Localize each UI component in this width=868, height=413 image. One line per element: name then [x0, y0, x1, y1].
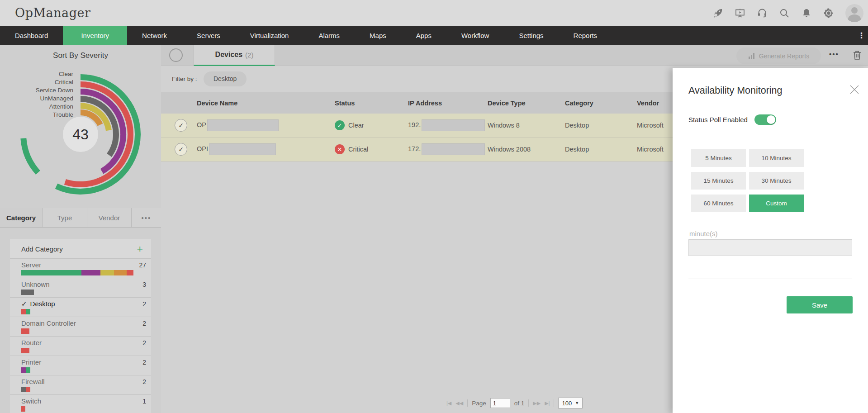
headset-icon[interactable] — [757, 8, 768, 19]
delete-icon[interactable] — [852, 50, 862, 61]
redaction-block — [422, 143, 485, 155]
col-status[interactable]: Status — [335, 100, 408, 107]
category-count: 27 — [139, 261, 146, 269]
page-size-dropdown[interactable]: 100 ▼ — [558, 398, 583, 408]
more-actions-icon[interactable]: ••• — [829, 50, 839, 58]
select-all-circle[interactable] — [169, 48, 183, 62]
nav-kebab-menu-icon[interactable]: ⋮ — [858, 26, 865, 45]
cell-ip: 192. — [408, 119, 488, 131]
interval-5-minutes-button[interactable]: 5 Minutes — [691, 149, 746, 167]
redaction-block — [207, 119, 279, 131]
tab-category[interactable]: Category — [0, 208, 43, 227]
prev-page-icon[interactable]: ◀◀ — [455, 400, 463, 406]
tab-vendor[interactable]: Vendor — [87, 208, 132, 227]
legend-service-down: Service Down — [0, 87, 73, 94]
app-logo: OpManager — [15, 0, 90, 26]
bell-icon[interactable] — [801, 8, 812, 19]
cell-device-name: OP — [197, 119, 335, 131]
cell-status: ✕Critical — [335, 144, 408, 154]
row-checkbox[interactable]: ✓ — [175, 143, 187, 156]
category-row-unknown[interactable]: Unknown3 — [10, 278, 151, 298]
nav-item-maps[interactable]: Maps — [355, 26, 401, 45]
cell-device-name: OPI — [197, 143, 335, 155]
sidebar: Sort By Severity 43 Clear Critical Servi… — [0, 45, 161, 413]
nav-item-inventory[interactable]: Inventory — [63, 26, 127, 45]
nav-item-settings[interactable]: Settings — [504, 26, 558, 45]
page-label: Page — [472, 400, 486, 407]
interval-30-minutes-button[interactable]: 30 Minutes — [749, 172, 804, 190]
category-name: Server — [21, 261, 41, 269]
custom-minutes-input[interactable] — [688, 239, 852, 256]
status-poll-toggle[interactable] — [754, 114, 776, 125]
divider — [554, 399, 554, 407]
minutes-input-label: minute(s) — [689, 230, 718, 237]
category-severity-bar — [21, 367, 30, 373]
interval-15-minutes-button[interactable]: 15 Minutes — [691, 172, 746, 190]
row-checkbox[interactable]: ✓ — [175, 119, 187, 132]
category-row-firewall[interactable]: Firewall2 — [10, 375, 151, 395]
col-device-name[interactable]: Device Name — [197, 100, 335, 107]
nav-item-reports[interactable]: Reports — [559, 26, 612, 45]
category-row-printer[interactable]: Printer2 — [10, 356, 151, 375]
presentation-icon[interactable] — [735, 8, 745, 19]
devices-tab-label: Devices — [215, 51, 243, 59]
page-size-value: 100 — [562, 400, 572, 407]
generate-reports-button[interactable]: Generate Reports — [736, 47, 821, 64]
category-count: 2 — [142, 378, 146, 385]
severity-widget-title: Sort By Severity — [0, 51, 161, 60]
cell-category: Desktop — [565, 122, 637, 129]
plus-icon[interactable]: ＋ — [135, 244, 145, 253]
first-page-icon[interactable]: |◀ — [446, 400, 451, 406]
category-name: Switch — [21, 397, 41, 405]
interval-10-minutes-button[interactable]: 10 Minutes — [749, 149, 804, 167]
nav-item-alarms[interactable]: Alarms — [304, 26, 355, 45]
page-number-input[interactable] — [490, 398, 510, 408]
nav-item-servers[interactable]: Servers — [182, 26, 235, 45]
legend-trouble: Trouble — [0, 111, 73, 119]
nav-item-workflow[interactable]: Workflow — [446, 26, 504, 45]
search-icon[interactable] — [779, 8, 790, 19]
add-category-row[interactable]: Add Category ＋ — [10, 239, 151, 259]
next-page-icon[interactable]: ▶▶ — [533, 400, 541, 406]
chevron-down-icon: ▼ — [575, 401, 579, 405]
filter-chip-desktop[interactable]: Desktop — [204, 71, 247, 86]
col-device-type[interactable]: Device Type — [488, 100, 565, 107]
availability-monitoring-panel: Availability Monitoring Status Poll Enab… — [673, 68, 868, 413]
col-ip-address[interactable]: IP Address — [408, 100, 488, 107]
category-severity-bar — [21, 328, 29, 334]
nav-item-apps[interactable]: Apps — [401, 26, 446, 45]
nav-item-dashboard[interactable]: Dashboard — [0, 26, 63, 45]
tab-type[interactable]: Type — [43, 208, 87, 227]
avatar-head-icon — [851, 7, 858, 14]
legend-unmanaged: UnManaged — [0, 95, 73, 102]
close-icon[interactable] — [848, 83, 861, 96]
tab-devices[interactable]: Devices (2) — [194, 45, 275, 66]
interval-custom-button[interactable]: Custom — [749, 195, 804, 212]
category-row-router[interactable]: Router2 — [10, 337, 151, 356]
severity-total: 43 — [72, 126, 89, 142]
interval-60-minutes-button[interactable]: 60 Minutes — [691, 195, 746, 212]
rocket-icon[interactable] — [712, 8, 723, 19]
gear-icon[interactable] — [823, 8, 834, 19]
tab-more[interactable]: ••• — [132, 208, 161, 227]
panel-title: Availability Monitoring — [688, 85, 783, 96]
category-name: Firewall — [21, 378, 45, 385]
category-row-switch[interactable]: Switch1 — [10, 395, 151, 413]
user-avatar[interactable] — [845, 4, 863, 22]
filter-label: Filter by : — [172, 76, 197, 82]
nav-item-network[interactable]: Network — [127, 26, 182, 45]
generate-reports-label: Generate Reports — [759, 52, 809, 60]
category-row-server[interactable]: Server27 — [10, 259, 151, 278]
redaction-block — [422, 119, 485, 131]
save-button[interactable]: Save — [787, 296, 853, 313]
category-row-domain-controller[interactable]: Domain Controller2 — [10, 317, 151, 337]
legend-attention: Attention — [0, 103, 73, 110]
last-page-icon[interactable]: ▶| — [545, 400, 550, 406]
legend-clear: Clear — [0, 71, 73, 78]
category-severity-bar — [21, 290, 34, 295]
category-row-desktop[interactable]: ✓Desktop2 — [10, 298, 151, 317]
devices-tab-strip: Devices (2) Generate Reports ••• — [161, 45, 868, 66]
category-count: 2 — [142, 300, 146, 308]
col-category[interactable]: Category — [565, 100, 637, 107]
nav-item-virtualization[interactable]: Virtualization — [235, 26, 304, 45]
